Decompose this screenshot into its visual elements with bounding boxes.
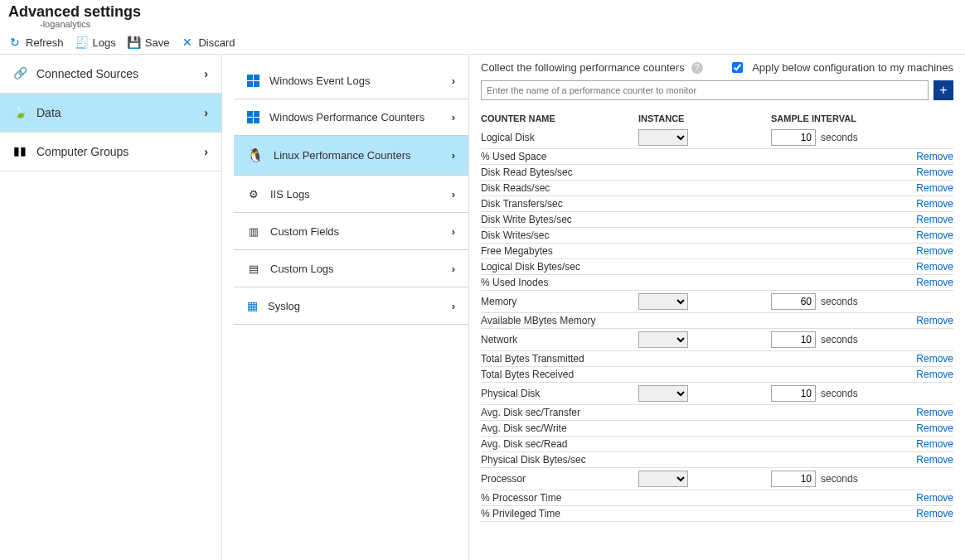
sidebar-item-connected-sources[interactable]: 🔗 Connected Sources › [0, 55, 221, 94]
remove-link[interactable]: Remove [916, 198, 953, 210]
linux-icon: 🐧 [247, 147, 264, 163]
group-name: Logical Disk [481, 132, 638, 143]
chevron-right-icon: › [204, 67, 208, 80]
counter-name: Physical Disk Bytes/sec [481, 454, 586, 466]
category-label: IIS Logs [270, 188, 310, 200]
counter-row: Physical Disk Bytes/secRemove [481, 452, 953, 468]
counter-name: Disk Read Bytes/sec [481, 167, 573, 178]
remove-link[interactable]: Remove [916, 245, 953, 257]
syslog-icon: ▦ [247, 299, 258, 312]
category-windows-event-logs[interactable]: Windows Event Logs › [234, 63, 468, 99]
iis-icon: ⚙ [247, 187, 260, 200]
sidebar-item-computer-groups[interactable]: ▮▮ Computer Groups › [0, 133, 221, 171]
link-icon: 🔗 [13, 66, 28, 81]
category-windows-perf-counters[interactable]: Windows Performance Counters › [234, 99, 468, 136]
remove-link[interactable]: Remove [916, 151, 953, 162]
data-icon: 🍃 [13, 105, 28, 120]
interval-input[interactable] [771, 385, 816, 402]
interval-input[interactable] [771, 129, 816, 146]
remove-link[interactable]: Remove [916, 353, 953, 364]
interval-input[interactable] [771, 471, 816, 487]
add-counter-button[interactable]: + [933, 80, 953, 100]
chevron-right-icon: › [452, 188, 455, 200]
counter-row: Available MBytes MemoryRemove [481, 313, 953, 329]
interval-input[interactable] [771, 331, 816, 348]
instance-select[interactable] [638, 331, 688, 348]
logs-label: Logs [93, 36, 116, 49]
sidebar-item-label: Data [36, 106, 61, 119]
counter-row: % Processor TimeRemove [481, 490, 953, 506]
counter-row: Disk Reads/secRemove [481, 181, 953, 196]
remove-link[interactable]: Remove [916, 315, 953, 326]
counter-row: Free MegabytesRemove [481, 244, 953, 259]
interval-input[interactable] [771, 293, 816, 310]
instance-select[interactable] [638, 293, 688, 310]
category-label: Windows Event Logs [269, 75, 370, 87]
group-name: Processor [481, 473, 638, 485]
chevron-right-icon: › [204, 106, 208, 119]
remove-link[interactable]: Remove [916, 277, 953, 288]
remove-link[interactable]: Remove [916, 454, 953, 466]
discard-button[interactable]: ✕ Discard [181, 36, 235, 49]
counter-group-row: Networkseconds [481, 329, 953, 351]
remove-link[interactable]: Remove [916, 167, 953, 178]
refresh-label: Refresh [26, 36, 64, 49]
category-list: Windows Event Logs › Windows Performance… [222, 55, 469, 560]
chevron-right-icon: › [452, 225, 455, 238]
category-custom-logs[interactable]: ▤ Custom Logs › [234, 250, 468, 287]
remove-link[interactable]: Remove [916, 407, 953, 418]
instance-select[interactable] [638, 471, 688, 487]
counter-name: Free Megabytes [481, 245, 553, 257]
windows-icon [247, 75, 259, 87]
apply-config-checkbox[interactable] [732, 62, 743, 73]
counter-row: Total Bytes TransmittedRemove [481, 351, 953, 367]
counter-row: % Privileged TimeRemove [481, 506, 953, 522]
remove-link[interactable]: Remove [916, 438, 953, 450]
counter-row: Disk Transfers/secRemove [481, 196, 953, 212]
category-custom-fields[interactable]: ▥ Custom Fields › [234, 213, 468, 250]
remove-link[interactable]: Remove [916, 261, 953, 273]
group-name: Physical Disk [481, 388, 638, 399]
counter-name: Avg. Disk sec/Write [481, 422, 567, 434]
counter-name: Disk Reads/sec [481, 182, 550, 194]
sidebar-item-label: Connected Sources [36, 67, 138, 80]
counter-name: % Used Space [481, 151, 546, 162]
counter-row: % Used SpaceRemove [481, 149, 953, 165]
remove-link[interactable]: Remove [916, 508, 953, 519]
chevron-right-icon: › [452, 75, 455, 87]
sidebar-item-data[interactable]: 🍃 Data › [0, 94, 221, 133]
counter-row: Disk Read Bytes/secRemove [481, 165, 953, 181]
remove-link[interactable]: Remove [916, 229, 953, 241]
save-button[interactable]: 💾 Save [128, 36, 170, 49]
category-label: Syslog [268, 300, 300, 312]
remove-link[interactable]: Remove [916, 369, 953, 380]
counter-name: Avg. Disk sec/Read [481, 438, 568, 450]
discard-icon: ✕ [181, 36, 194, 49]
apply-config-label: Apply below configuration to my machines [752, 61, 953, 74]
seconds-label: seconds [821, 132, 858, 143]
counter-row: Avg. Disk sec/WriteRemove [481, 421, 953, 437]
instance-select[interactable] [638, 129, 688, 146]
counter-name: Logical Disk Bytes/sec [481, 261, 580, 273]
help-icon[interactable]: ? [691, 62, 703, 74]
column-sample-interval: SAMPLE INTERVAL [771, 113, 912, 123]
category-syslog[interactable]: ▦ Syslog › [234, 287, 468, 325]
instance-select[interactable] [638, 385, 688, 402]
remove-link[interactable]: Remove [916, 214, 953, 225]
counter-group-row: Processorseconds [481, 468, 953, 490]
remove-link[interactable]: Remove [916, 422, 953, 434]
category-label: Linux Performance Counters [274, 149, 410, 162]
refresh-button[interactable]: ↻ Refresh [8, 36, 64, 49]
category-linux-perf-counters[interactable]: 🐧 Linux Performance Counters › [234, 136, 468, 176]
seconds-label: seconds [821, 473, 858, 485]
server-group-icon: ▮▮ [13, 144, 28, 159]
counter-row: Disk Write Bytes/secRemove [481, 212, 953, 228]
column-counter-name: COUNTER NAME [481, 113, 638, 123]
chevron-right-icon: › [452, 263, 455, 275]
counter-search-input[interactable] [481, 80, 929, 100]
category-label: Custom Logs [270, 263, 334, 275]
remove-link[interactable]: Remove [916, 182, 953, 194]
remove-link[interactable]: Remove [916, 492, 953, 504]
category-iis-logs[interactable]: ⚙ IIS Logs › [234, 176, 468, 213]
logs-button[interactable]: 🧾 Logs [75, 36, 116, 49]
